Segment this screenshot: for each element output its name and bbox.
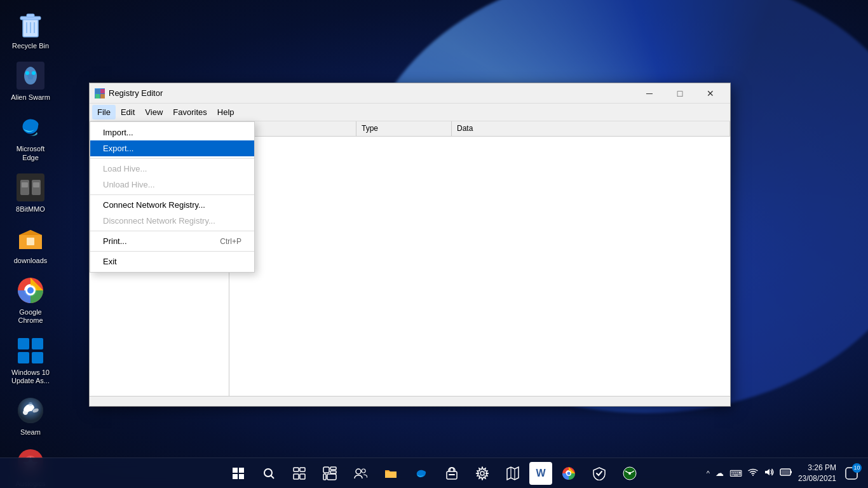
col-header-type: Type <box>356 121 452 136</box>
svg-rect-13 <box>22 182 28 187</box>
svg-rect-31 <box>100 89 105 93</box>
window-scrollbar[interactable] <box>90 396 730 406</box>
alien-swarm-label: Alien Swarm <box>11 93 50 102</box>
view-menu[interactable]: View <box>140 105 168 119</box>
show-hidden-icons[interactable]: ^ <box>705 468 712 478</box>
svg-rect-43 <box>300 474 305 479</box>
taskbar-center: W <box>224 459 644 487</box>
chrome-label: Google Chrome <box>8 308 53 325</box>
desktop-icon-recycle-bin[interactable]: Recycle Bin <box>5 5 56 54</box>
svg-rect-33 <box>100 94 105 98</box>
svg-point-7 <box>25 71 29 75</box>
word-icon-letter: W <box>536 468 545 479</box>
svg-point-49 <box>356 469 361 474</box>
svg-rect-14 <box>33 182 39 187</box>
security-taskbar-button[interactable] <box>585 459 613 487</box>
xbox-button[interactable] <box>616 459 644 487</box>
connect-network-menu-item[interactable]: Connect Network Registry... <box>90 197 254 213</box>
svg-rect-32 <box>95 94 100 98</box>
widgets-button[interactable] <box>316 459 344 487</box>
svg-rect-65 <box>790 471 792 473</box>
file-explorer-button[interactable] <box>377 459 405 487</box>
export-menu-item[interactable]: Export... <box>90 140 254 156</box>
print-menu-item[interactable]: Print... Ctrl+P <box>90 233 254 249</box>
edge-icon <box>15 112 46 142</box>
search-button[interactable] <box>255 459 283 487</box>
svg-rect-21 <box>32 338 43 349</box>
desktop-icon-downloads[interactable]: downloads <box>5 220 56 269</box>
alien-swarm-icon <box>15 60 46 91</box>
svg-rect-48 <box>327 474 336 480</box>
window-title-text: Registry Editor <box>109 88 163 98</box>
file-menu[interactable]: File <box>92 105 116 119</box>
notification-center[interactable]: 10 <box>840 462 863 485</box>
downloads-label: downloads <box>14 257 48 265</box>
window-controls: ─ □ ✕ <box>635 85 725 102</box>
notification-badge: 10 <box>852 463 862 473</box>
svg-rect-41 <box>300 468 305 471</box>
chrome-taskbar-button[interactable] <box>555 459 583 487</box>
maps-button[interactable] <box>499 459 527 487</box>
edit-menu[interactable]: Edit <box>116 105 140 119</box>
recycle-bin-icon <box>15 9 46 39</box>
menu-separator-3 <box>90 231 254 231</box>
chrome-icon <box>15 275 46 306</box>
close-button[interactable]: ✕ <box>696 85 725 102</box>
word-button[interactable]: W <box>529 462 552 485</box>
desktop-icon-alien-swarm[interactable]: Alien Swarm <box>5 57 56 105</box>
volume-icon[interactable] <box>762 466 776 480</box>
clock-date: 23/08/2021 <box>798 473 836 484</box>
svg-rect-37 <box>239 474 244 479</box>
import-menu-item[interactable]: Import... <box>90 125 254 140</box>
help-menu[interactable]: Help <box>212 105 240 119</box>
menu-separator-4 <box>90 251 254 252</box>
desktop: Recycle Bin Alien Swarm <box>0 0 868 488</box>
load-hive-menu-item: Load Hive... <box>90 161 254 177</box>
svg-line-39 <box>271 475 275 478</box>
desktop-icon-8bitmmo[interactable]: 8BitMMO <box>5 168 56 217</box>
svg-rect-40 <box>294 468 299 471</box>
exit-menu-item[interactable]: Exit <box>90 254 254 269</box>
svg-point-26 <box>29 402 32 406</box>
maximize-button[interactable]: □ <box>665 85 695 102</box>
desktop-icon-windows-update[interactable]: Windows 10 Update As... <box>5 332 56 389</box>
svg-point-53 <box>480 471 484 475</box>
desktop-icon-steam[interactable]: Steam <box>5 391 56 440</box>
svg-rect-66 <box>781 470 789 475</box>
store-button[interactable] <box>438 459 466 487</box>
svg-rect-20 <box>18 338 29 349</box>
favorites-menu[interactable]: Favorites <box>168 105 212 119</box>
svg-point-63 <box>628 472 631 475</box>
menu-separator-1 <box>90 158 254 159</box>
desktop-icon-edge[interactable]: Microsoft Edge <box>5 108 56 165</box>
clock-time: 3:26 PM <box>798 463 836 473</box>
windows-update-label: Windows 10 Update As... <box>8 369 53 385</box>
svg-point-50 <box>362 469 365 473</box>
svg-rect-36 <box>233 474 238 479</box>
print-shortcut: Ctrl+P <box>220 237 241 246</box>
cloud-icon[interactable]: ☁ <box>714 467 726 479</box>
registry-data-panel: Type Data <box>229 121 730 396</box>
edge-taskbar-button[interactable] <box>407 459 435 487</box>
system-tray-icons: ^ ☁ ⌨ <box>705 466 794 480</box>
minimize-button[interactable]: ─ <box>635 85 664 102</box>
svg-rect-42 <box>294 474 299 479</box>
menu-separator-2 <box>90 194 254 195</box>
registry-editor-window: Registry Editor ─ □ ✕ File Edit <box>89 83 731 407</box>
settings-button[interactable] <box>468 459 496 487</box>
taskbar-right: ^ ☁ ⌨ <box>705 462 868 485</box>
battery-icon[interactable] <box>778 466 794 480</box>
teams-button[interactable] <box>346 459 374 487</box>
system-clock[interactable]: 3:26 PM 23/08/2021 <box>798 463 836 484</box>
desktop-icons-container: Recycle Bin Alien Swarm <box>0 0 61 488</box>
window-titlebar: Registry Editor ─ □ ✕ <box>90 83 730 104</box>
wifi-icon[interactable] <box>746 466 760 480</box>
start-button[interactable] <box>224 459 252 487</box>
svg-point-60 <box>567 471 571 475</box>
svg-rect-46 <box>330 471 336 473</box>
task-view-button[interactable] <box>285 459 313 487</box>
keyboard-icon[interactable]: ⌨ <box>728 467 744 480</box>
taskbar: W <box>0 458 868 488</box>
desktop-icon-chrome[interactable]: Google Chrome <box>5 271 56 329</box>
8bitmmo-label: 8BitMMO <box>16 205 45 214</box>
